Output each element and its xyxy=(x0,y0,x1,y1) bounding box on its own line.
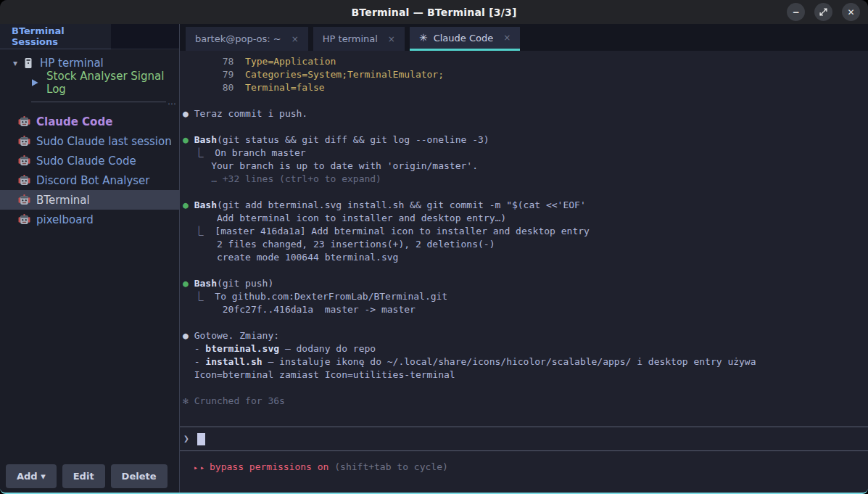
terminal-line: 80 Terminal=false xyxy=(183,81,868,94)
terminal-line: Add bterminal icon to installer and desk… xyxy=(183,212,868,225)
terminal-line: 79 Categories=System;TerminalEmulator; xyxy=(183,68,868,81)
tab-claude-code[interactable]: ✳Claude Code× xyxy=(410,27,520,51)
sidebar-item-stock-analyser-signal-log[interactable]: Stock Analyser Signal Log xyxy=(0,73,179,92)
tab-label: bartek@pop-os: ~ xyxy=(195,33,281,44)
divider-dots: … xyxy=(168,96,176,107)
terminal-line xyxy=(183,94,868,107)
terminal-line: ● Bash(git push) xyxy=(183,277,868,290)
robot-icon xyxy=(18,194,30,206)
terminal-line: ✻ Crunched for 36s xyxy=(183,395,868,408)
terminal-line: Icon=bterminal zamiast Icon=utilities-te… xyxy=(183,369,868,382)
sidebar-item-label: Claude Code xyxy=(36,115,112,128)
robot-icon xyxy=(18,115,30,128)
robot-icon xyxy=(18,155,30,167)
sidebar-item-bterminal[interactable]: BTerminal xyxy=(0,190,179,210)
main-area: BTerminal Sessions ▾HP terminalStock Ana… xyxy=(0,24,868,493)
close-button[interactable]: ✕ xyxy=(842,3,860,21)
sessions-tree: ▾HP terminalStock Analyser Signal Log…Cl… xyxy=(0,49,179,229)
busy-asterisk-icon: ✳ xyxy=(419,32,428,44)
robot-icon xyxy=(18,174,30,186)
terminal-line: ⎿ To github.com:DexterFromLab/BTerminal.… xyxy=(183,290,868,303)
edit-button[interactable]: Edit xyxy=(62,464,105,488)
terminal-line: 78 Type=Application xyxy=(183,55,868,68)
terminal-line: ● Bash(git add bterminal.svg install.sh … xyxy=(183,199,868,212)
terminal-line: ⎿ On branch master xyxy=(183,147,868,160)
chevron-down-icon[interactable]: ▾ xyxy=(6,58,22,68)
terminal-line: … +32 lines (ctrl+o to expand) xyxy=(183,173,868,186)
terminal-line: create mode 100644 bterminal.svg xyxy=(183,251,868,264)
terminal-line: - bterminal.svg — dodany do repo xyxy=(183,342,868,355)
robot-icon xyxy=(18,213,30,226)
sidebar-header-fill xyxy=(111,24,179,49)
sidebar-item-label: pixelboard xyxy=(36,213,94,226)
prompt-input[interactable]: ❯ xyxy=(180,427,868,451)
sidebar-item-label: Discord Bot Analyser xyxy=(36,174,149,187)
terminal-line: 20fc27f..416da1a master -> master xyxy=(183,303,868,316)
sidebar-item-label: Sudo Claude last session xyxy=(36,135,172,148)
sidebar-item-label: Sudo Claude Code xyxy=(36,155,136,168)
sidebar-item-label: BTerminal xyxy=(36,194,90,207)
sidebar-item-sudo-claude-last-session[interactable]: Sudo Claude last session xyxy=(0,131,179,151)
terminal-line: - install.sh — instaluje ikonę do ~/.loc… xyxy=(183,355,868,369)
robot-icon xyxy=(18,135,30,147)
status-line: ▸▸bypass permissions on (shift+tab to cy… xyxy=(180,451,868,493)
close-icon[interactable]: × xyxy=(292,34,299,44)
window-controls: −✕ xyxy=(787,3,860,21)
sidebar-item-sudo-claude-code[interactable]: Sudo Claude Code xyxy=(0,151,179,170)
close-icon[interactable]: × xyxy=(388,34,395,44)
sidebar-item-claude-code[interactable]: Claude Code xyxy=(0,112,179,131)
terminal-line xyxy=(183,382,868,395)
terminal-output: 78 Type=Application 79 Categories=System… xyxy=(180,51,868,427)
prompt-chevron-icon: ❯ xyxy=(183,432,189,445)
maximize-button[interactable] xyxy=(814,3,832,21)
sidebar-item-label: HP terminal xyxy=(40,57,104,70)
tab-label: HP terminal xyxy=(323,33,378,44)
sidebar-item-discord-bot-analyser[interactable]: Discord Bot Analyser xyxy=(0,170,179,190)
text-cursor xyxy=(197,433,205,445)
terminal-pane[interactable]: 78 Type=Application 79 Categories=System… xyxy=(180,51,868,493)
content-area: bartek@pop-os: ~×HP terminal×✳Claude Cod… xyxy=(180,24,868,493)
sessions-sidebar: BTerminal Sessions ▾HP terminalStock Ana… xyxy=(0,24,180,493)
sessions-panel-title: BTerminal Sessions xyxy=(0,24,111,49)
bypass-arrows-icon: ▸▸ xyxy=(194,464,207,472)
tab-label: Claude Code xyxy=(434,33,494,44)
delete-button[interactable]: Delete xyxy=(111,464,168,488)
permission-mode-label: bypass permissions on xyxy=(210,461,328,472)
sidebar-button-row: Add ▾EditDelete xyxy=(0,464,179,493)
terminal-line xyxy=(183,120,868,133)
sidebar-item-pixelboard[interactable]: pixelboard xyxy=(0,210,179,229)
tab-hp-terminal[interactable]: HP terminal× xyxy=(313,27,405,51)
tab-bar: bartek@pop-os: ~×HP terminal×✳Claude Cod… xyxy=(180,24,868,51)
sidebar-header: BTerminal Sessions xyxy=(0,24,179,49)
terminal-line xyxy=(183,264,868,277)
pc-icon xyxy=(22,57,34,69)
terminal-line: ⎿ [master 416da1a] Add bterminal icon to… xyxy=(183,225,868,238)
terminal-line: ● Bash(git status && git diff && git log… xyxy=(183,133,868,147)
play-icon xyxy=(29,76,41,88)
divider-line xyxy=(31,102,166,102)
terminal-line: ● Teraz commit i push. xyxy=(183,107,868,120)
close-icon[interactable]: × xyxy=(503,33,511,43)
tree-divider: … xyxy=(0,92,179,112)
tab-bartek-pop-os-[interactable]: bartek@pop-os: ~× xyxy=(186,27,308,51)
terminal-line xyxy=(183,186,868,199)
terminal-line: Your branch is up to date with 'origin/m… xyxy=(183,160,868,173)
mode-hint-label: (shift+tab to cycle) xyxy=(328,461,447,472)
terminal-line: ● Gotowe. Zmiany: xyxy=(183,329,868,342)
add-button[interactable]: Add ▾ xyxy=(6,464,57,488)
window-title: BTerminal — BTerminal [3/3] xyxy=(351,7,516,18)
titlebar[interactable]: BTerminal — BTerminal [3/3] −✕ xyxy=(0,0,868,24)
terminal-line: 2 files changed, 23 insertions(+), 2 del… xyxy=(183,238,868,251)
minimize-button[interactable]: − xyxy=(787,3,805,21)
terminal-line xyxy=(183,316,868,329)
bterminal-window: BTerminal — BTerminal [3/3] −✕ BTerminal… xyxy=(0,0,868,494)
